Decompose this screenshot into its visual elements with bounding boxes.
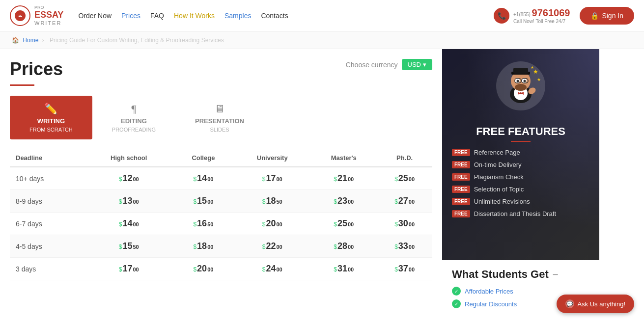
phone-details: +1(855) 9761069 Call Now! Toll Free 24/7: [513, 7, 570, 25]
table-row: 3 days$1700$2000$2400$3100$3700: [10, 258, 432, 280]
free-features-card: ★ ★ ★ FREE FEATURES FREEReference PageFR…: [442, 49, 599, 260]
phone-icon: 📞: [494, 8, 509, 24]
svg-text:✒: ✒: [18, 14, 22, 19]
presentation-icon: 🖥: [214, 103, 225, 115]
logo-icon: ✒: [10, 5, 30, 26]
feature-item: FREEPlagiarism Check: [452, 173, 589, 181]
mascot-svg: ★ ★ ★: [494, 59, 548, 113]
col-masters: Master's: [310, 149, 377, 167]
feature-item: FREESelection of Topic: [452, 186, 589, 193]
nav-how-it-works[interactable]: How It Works: [174, 12, 215, 20]
currency-selector[interactable]: USD ▾: [402, 59, 432, 70]
col-phd: Ph.D.: [377, 149, 432, 167]
feature-item: FREEOn-time Delivery: [452, 161, 589, 168]
feature-item: FREEUnlimited Revisions: [452, 198, 589, 205]
table-row: 10+ days$1200$1400$1700$2100$2500: [10, 167, 432, 190]
lock-icon: 🔒: [590, 12, 599, 20]
features-list: FREEReference PageFREEOn-time DeliveryFR…: [442, 149, 599, 217]
nav-samples[interactable]: Samples: [224, 12, 251, 20]
mascot-area: ★ ★ ★: [442, 49, 599, 119]
svg-text:★: ★: [537, 77, 541, 82]
svg-point-10: [517, 80, 519, 82]
nav-contacts[interactable]: Contacts: [261, 12, 288, 20]
nav-prices[interactable]: Prices: [121, 12, 140, 20]
svg-rect-7: [513, 68, 528, 74]
sign-in-button[interactable]: 🔒 Sign In: [580, 7, 634, 25]
breadcrumb-separator: ›: [42, 37, 46, 44]
tab-presentation[interactable]: 🖥 PRESENTATION SLIDES: [175, 96, 264, 139]
ask-us-button[interactable]: 💬 Ask Us anything!: [557, 295, 634, 313]
pricing-table: Deadline High school College University …: [10, 149, 432, 280]
phone-area: 📞 +1(855) 9761069 Call Now! Toll Free 24…: [494, 7, 570, 25]
tabs: ✏️ WRITING FROM SCRATCH ¶ EDITING PROOFR…: [10, 96, 432, 139]
feature-item: FREEDissertation and Thesis Draft: [452, 210, 589, 217]
col-university: University: [234, 149, 310, 167]
logo[interactable]: ✒ PRO ESSAY WRITER: [10, 5, 63, 26]
main-nav: Order Now Prices FAQ How It Works Sample…: [78, 12, 494, 20]
features-underline: [511, 141, 531, 142]
chevron-down-icon: ▾: [423, 61, 426, 68]
tab-editing[interactable]: ¶ EDITING PROOFREADING: [92, 96, 175, 139]
students-title: What Students Get: [452, 268, 589, 281]
table-row: 6-7 days$1400$1650$2000$2500$3000: [10, 213, 432, 235]
breadcrumb: 🏠 Home › Pricing Guide For Custom Writin…: [0, 32, 644, 49]
content-area: Prices Choose currency USD ▾ ✏️ WRITING …: [0, 49, 442, 320]
col-college: College: [173, 149, 234, 167]
chat-icon: 💬: [565, 299, 574, 308]
svg-point-15: [515, 84, 527, 91]
nav-faq[interactable]: FAQ: [150, 12, 164, 20]
feature-item: FREEReference Page: [452, 149, 589, 156]
svg-point-11: [524, 80, 526, 82]
writing-icon: ✏️: [44, 103, 57, 115]
title-underline: [10, 84, 34, 86]
free-features-title: FREE FEATURES: [442, 125, 599, 138]
nav-order-now[interactable]: Order Now: [78, 12, 112, 20]
home-icon: 🏠: [12, 37, 19, 44]
sidebar: ★ ★ ★ FREE FEATURES FREEReference PageFR…: [442, 49, 599, 320]
svg-text:★: ★: [531, 65, 534, 70]
table-row: 4-5 days$1550$1800$2200$2800$3300: [10, 235, 432, 258]
col-deadline: Deadline: [10, 149, 85, 167]
main-layout: Prices Choose currency USD ▾ ✏️ WRITING …: [0, 49, 644, 320]
logo-text: PRO ESSAY WRITER: [34, 5, 63, 26]
table-row: 8-9 days$1300$1500$1850$2300$2700: [10, 190, 432, 213]
currency-row: Choose currency USD ▾: [346, 59, 432, 70]
breadcrumb-home[interactable]: Home: [23, 37, 38, 44]
page-title: Prices: [10, 59, 63, 80]
editing-icon: ¶: [131, 103, 136, 115]
breadcrumb-current: Pricing Guide For Custom Writing, Editin…: [50, 37, 224, 44]
svg-point-16: [520, 92, 522, 94]
phone-number[interactable]: 9761069: [532, 7, 570, 18]
tab-writing[interactable]: ✏️ WRITING FROM SCRATCH: [10, 96, 92, 139]
col-highschool: High school: [85, 149, 173, 167]
header: ✒ PRO ESSAY WRITER Order Now Prices FAQ …: [0, 0, 644, 32]
